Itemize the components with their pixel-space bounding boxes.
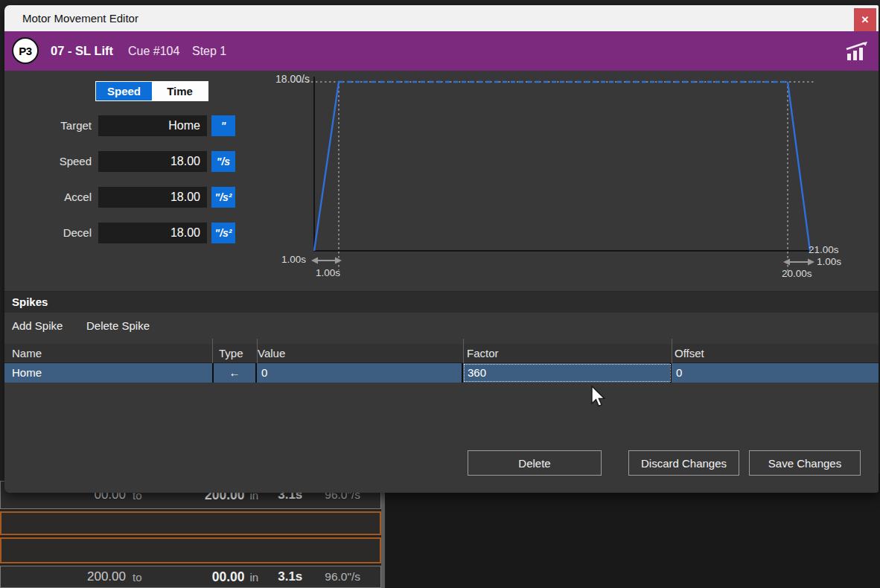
- trend-chart-icon: [844, 41, 868, 62]
- spike-factor-cell[interactable]: 360: [463, 363, 672, 383]
- spike-table-row-selected[interactable]: Home ← 0 360 0: [4, 363, 879, 383]
- tab-time[interactable]: Time: [152, 82, 208, 100]
- window-title: Motor Movement Editor: [22, 5, 138, 31]
- column-separator: [672, 339, 672, 363]
- accel-time-label: 1.00s: [316, 267, 340, 278]
- column-header-offset[interactable]: Offset: [675, 344, 704, 362]
- accel-field[interactable]: 18.00: [98, 187, 207, 208]
- delete-spike-button[interactable]: Delete Spike: [86, 313, 150, 339]
- move-from-value: 200.00: [1, 569, 126, 584]
- decel-time-label: 1.00s: [817, 256, 841, 267]
- decel-field[interactable]: 18.00: [98, 223, 207, 243]
- save-changes-button[interactable]: Save Changes: [749, 450, 861, 476]
- spike-value-cell[interactable]: 0: [257, 363, 463, 383]
- add-spike-button[interactable]: Add Spike: [12, 313, 63, 339]
- accel-label: Accel: [19, 187, 92, 208]
- motor-movement-editor-dialog: Motor Movement Editor ✕ P3 07 - SL Lift …: [4, 5, 879, 493]
- dialog-body: Speed Time Target Home " Speed 18.00 "/s…: [4, 71, 879, 493]
- decel-label: Decel: [19, 223, 92, 243]
- column-header-value[interactable]: Value: [258, 344, 285, 362]
- cue-move-row[interactable]: 200.00 to 00.00 in 3.1s 96.0"/s: [0, 566, 381, 588]
- speed-time-toggle: Speed Time: [95, 81, 208, 101]
- discard-changes-button[interactable]: Discard Changes: [628, 450, 739, 476]
- target-label: Target: [19, 115, 92, 136]
- speed-profile-chart: 18.00/s 1.00s 1.00s 21.00s 1.00s 20.00s: [265, 71, 879, 290]
- column-header-type[interactable]: Type: [219, 344, 243, 362]
- spikes-title: Spikes: [12, 295, 48, 308]
- move-speed: 96.0"/s: [325, 570, 360, 584]
- target-unit-button[interactable]: ": [211, 115, 235, 136]
- spike-name-cell[interactable]: Home: [4, 363, 214, 383]
- target-field[interactable]: Home: [98, 115, 207, 136]
- column-separator: [212, 339, 213, 363]
- column-separator: [257, 339, 258, 363]
- speed-profile-plot: [265, 71, 879, 290]
- speed-unit-button[interactable]: "/s: [211, 151, 235, 172]
- move-time: 3.1s: [278, 569, 302, 584]
- motor-header: P3 07 - SL Lift Cue #104 Step 1: [4, 31, 879, 71]
- move-target-value: 00.00: [142, 569, 245, 585]
- p3-logo: P3: [12, 37, 39, 64]
- column-separator: [463, 339, 464, 363]
- cruise-end-label: 20.00s: [782, 268, 812, 279]
- delete-button[interactable]: Delete: [468, 450, 602, 476]
- step-number: Step 1: [192, 31, 226, 71]
- accel-axis-label: 1.00s: [281, 254, 306, 265]
- accel-span-arrow-icon: [311, 258, 342, 264]
- p3-logo-text: P3: [19, 45, 31, 57]
- move-to-word: to: [133, 571, 142, 584]
- speed-label: Speed: [19, 151, 92, 172]
- accel-unit-button[interactable]: "/s²: [211, 187, 235, 208]
- close-icon: ✕: [861, 14, 870, 25]
- empty-step-row[interactable]: [0, 537, 381, 563]
- titlebar[interactable]: Motor Movement Editor ✕: [4, 5, 879, 31]
- screen: 00.00 to 200.00 in 3.1s 96.0"/s 200.00 t…: [0, 0, 880, 588]
- spike-offset-cell[interactable]: 0: [672, 363, 879, 383]
- empty-step-row[interactable]: [0, 511, 381, 535]
- decel-unit-button[interactable]: "/s²: [211, 223, 235, 243]
- spikes-section-header: Spikes: [4, 292, 879, 313]
- spike-type-cell[interactable]: ←: [214, 363, 257, 383]
- close-button[interactable]: ✕: [854, 8, 876, 31]
- move-unit: in: [250, 571, 259, 584]
- tab-speed[interactable]: Speed: [96, 82, 152, 100]
- total-time-label: 21.00s: [809, 244, 839, 255]
- column-header-name[interactable]: Name: [12, 344, 42, 362]
- column-header-factor[interactable]: Factor: [467, 344, 499, 362]
- cue-move-row-text: 200.00 to 00.00 in 3.1s 96.0"/s: [1, 566, 380, 587]
- spikes-table-header: Name Type Value Factor Offset: [4, 344, 879, 363]
- motor-name: 07 - SL Lift: [51, 31, 113, 71]
- spikes-toolbar: Add Spike Delete Spike: [4, 313, 879, 339]
- decel-span-arrow-icon: [783, 259, 814, 266]
- max-speed-label: 18.00/s: [265, 73, 310, 85]
- speed-field[interactable]: 18.00: [98, 151, 207, 172]
- cue-number: Cue #104: [128, 31, 179, 71]
